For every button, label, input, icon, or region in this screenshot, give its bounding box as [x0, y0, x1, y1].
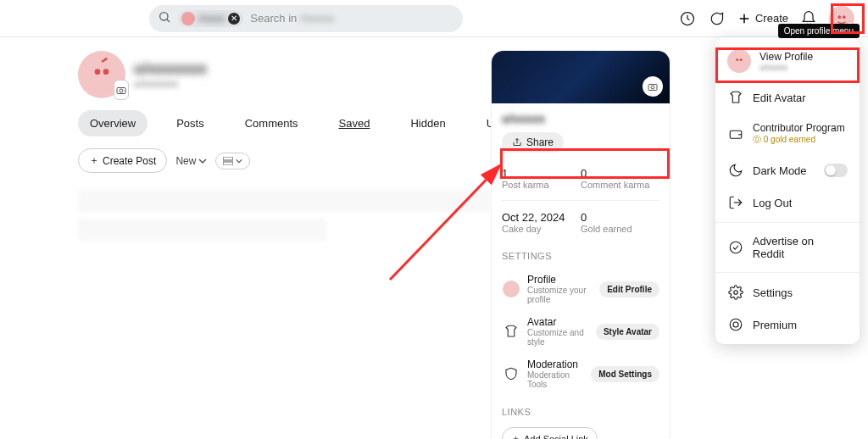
share-button[interactable]: Share — [502, 132, 564, 153]
tab-overview[interactable]: Overview — [78, 110, 147, 136]
menu-edit-avatar[interactable]: Edit Avatar — [715, 81, 860, 114]
create-label: Create — [755, 12, 788, 25]
mod-settings-button[interactable]: Mod Settings — [591, 366, 659, 382]
shield-icon — [502, 364, 520, 383]
menu-dark-mode[interactable]: Dark Mode — [715, 154, 860, 186]
megaphone-icon — [727, 240, 744, 255]
banner-camera-icon[interactable] — [643, 76, 663, 97]
search-chip[interactable]: r/xxxx ✕ — [178, 10, 243, 27]
svg-point-7 — [843, 15, 846, 19]
tab-hidden[interactable]: Hidden — [398, 110, 457, 136]
add-social-link-button[interactable]: ＋ Add Social Link — [502, 427, 598, 439]
wallet-icon — [727, 126, 744, 142]
ads-icon[interactable] — [679, 10, 696, 27]
svg-line-1 — [167, 19, 170, 21]
svg-point-19 — [736, 58, 738, 61]
chip-label: r/xxxx — [198, 13, 225, 25]
profile-card: u/xxxxx Share 1Post karma 0Comment karma… — [492, 51, 670, 439]
menu-avatar-icon — [727, 49, 751, 73]
settings-mod-row: ModerationModeration Tools Mod Settings — [502, 353, 659, 395]
settings-profile-row: ProfileCustomize your profile Edit Profi… — [502, 268, 659, 310]
logout-icon — [727, 195, 744, 210]
dark-mode-toggle[interactable] — [824, 164, 848, 177]
svg-rect-15 — [223, 162, 233, 165]
karma-stats: 1Post karma 0Comment karma — [502, 161, 659, 195]
profile-tabs: Overview Posts Comments Saved Hidden Upv… — [78, 110, 492, 136]
links-section-title: LINKS — [502, 407, 659, 417]
card-username: u/xxxxx — [502, 112, 659, 125]
menu-advertise[interactable]: Advertise on Reddit — [715, 226, 860, 269]
view-mode[interactable] — [215, 153, 250, 169]
search-bar[interactable]: r/xxxx ✕ Search in r/xxxxx — [149, 5, 463, 32]
svg-point-13 — [120, 89, 123, 92]
svg-point-0 — [160, 12, 168, 19]
svg-point-8 — [86, 59, 118, 91]
svg-point-25 — [730, 319, 742, 331]
cake-day-label: Cake day — [502, 224, 581, 234]
comment-karma-value: 0 — [581, 167, 659, 180]
create-post-button[interactable]: ＋ Create Post — [78, 148, 167, 173]
chat-icon[interactable] — [708, 10, 725, 27]
menu-view-profile[interactable]: View Profileu/xxxxx — [715, 41, 860, 81]
gold-label: Gold earned — [581, 224, 659, 234]
feed-placeholder — [78, 219, 326, 241]
chip-close-icon[interactable]: ✕ — [228, 13, 240, 25]
profile-header: u/xxxxxxx u/xxxxxxx — [78, 51, 492, 98]
feed-placeholder — [78, 190, 492, 212]
tab-posts[interactable]: Posts — [164, 110, 216, 136]
profile-menu: Open profile menu View Profileu/xxxxx Ed… — [715, 37, 860, 344]
comment-karma-label: Comment karma — [581, 180, 659, 190]
premium-icon — [727, 317, 744, 332]
svg-point-18 — [732, 54, 747, 69]
style-avatar-button[interactable]: Style Avatar — [596, 324, 659, 340]
post-karma-label: Post karma — [502, 180, 581, 190]
settings-avatar-row: AvatarCustomize and style Style Avatar — [502, 310, 659, 353]
menu-premium[interactable]: Premium — [715, 308, 860, 341]
menu-settings[interactable]: Settings — [715, 276, 860, 308]
menu-contributor[interactable]: Contributor Program⓪ 0 gold earned — [715, 114, 860, 154]
profile-menu-tooltip: Open profile menu — [778, 24, 860, 38]
gear-icon — [727, 285, 744, 300]
svg-point-20 — [740, 58, 743, 61]
svg-point-17 — [651, 86, 654, 89]
username: u/xxxxxxx — [134, 60, 207, 78]
search-placeholder: Search in r/xxxxx — [250, 12, 334, 25]
tab-comments[interactable]: Comments — [233, 110, 310, 136]
tab-saved[interactable]: Saved — [327, 110, 382, 136]
search-icon — [158, 10, 171, 27]
post-karma-value: 1 — [502, 167, 581, 180]
shirt-icon — [727, 90, 744, 105]
svg-rect-14 — [223, 157, 233, 160]
svg-point-23 — [730, 242, 742, 253]
svg-point-6 — [837, 15, 841, 19]
edit-profile-button[interactable]: Edit Profile — [599, 281, 659, 297]
shirt-icon — [502, 322, 520, 341]
svg-point-24 — [734, 291, 738, 295]
svg-point-9 — [95, 69, 101, 75]
svg-point-26 — [733, 322, 738, 327]
profile-icon — [502, 280, 520, 298]
profile-banner — [492, 51, 670, 103]
sort-new[interactable]: New — [175, 155, 207, 167]
svg-point-11 — [104, 58, 107, 60]
camera-icon[interactable] — [114, 80, 129, 100]
cake-day-value: Oct 22, 2024 — [502, 211, 581, 224]
menu-log-out[interactable]: Log Out — [715, 186, 860, 219]
moon-icon — [727, 163, 744, 178]
settings-section-title: SETTINGS — [502, 251, 659, 261]
top-header: r/xxxx ✕ Search in r/xxxxx Create — [0, 0, 868, 37]
gold-value: 0 — [581, 211, 659, 224]
profile-picture[interactable] — [78, 51, 125, 98]
user-handle: u/xxxxxxx — [134, 78, 207, 90]
chip-avatar-icon — [181, 12, 195, 25]
svg-point-10 — [103, 69, 109, 75]
